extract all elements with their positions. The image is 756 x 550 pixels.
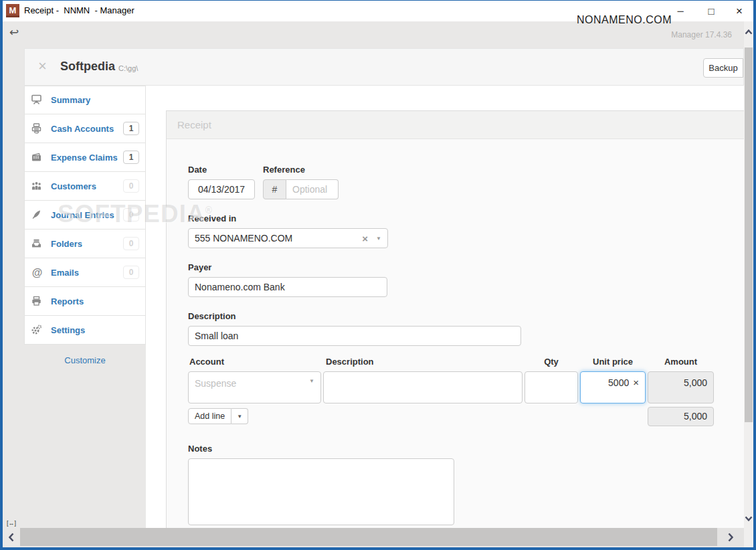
date-label: Date	[188, 165, 255, 175]
notes-label: Notes	[188, 444, 744, 454]
sidebar-item-expense-claims[interactable]: Expense Claims 1	[24, 143, 146, 172]
scroll-down-icon[interactable]	[744, 511, 753, 526]
cash-register-icon	[31, 123, 43, 134]
clear-value-icon[interactable]: ×	[633, 377, 639, 388]
vertical-scroll-thumb[interactable]	[745, 48, 753, 422]
sidebar-item-reports[interactable]: Reports	[24, 287, 146, 316]
panel-title: Receipt	[167, 111, 744, 139]
version-label: Manager 17.4.36	[671, 30, 732, 39]
business-path: C:\gg\	[118, 64, 138, 72]
description-label: Description	[188, 311, 744, 321]
receipt-panel: Receipt Date Reference #	[166, 110, 744, 528]
minimize-button[interactable]: ─	[669, 1, 692, 21]
count-badge: 0	[123, 179, 139, 193]
add-line-caret-icon[interactable]: ▼	[231, 408, 248, 424]
sidebar-item-customers[interactable]: Customers 0	[24, 172, 146, 201]
totals-row: Add line ▼ 5,000	[188, 407, 714, 426]
monitor-icon	[31, 94, 43, 106]
line-amount: 5,000	[648, 371, 714, 403]
at-icon: @	[31, 267, 43, 278]
customize-link[interactable]: Customize	[24, 355, 146, 365]
line-items-header: Account Description Qty Unit price Amoun…	[188, 357, 714, 367]
horizontal-scroll-thumb[interactable]	[20, 528, 717, 546]
receipt-form: Date Reference # Received in	[167, 139, 744, 528]
backup-button[interactable]: Backup	[703, 58, 743, 78]
received-in-select[interactable]: 555 NONAMENO.COM × ▼	[188, 228, 388, 248]
count-badge: 1	[123, 122, 139, 135]
payer-label: Payer	[188, 262, 744, 272]
line-description-input[interactable]	[323, 371, 523, 403]
sidebar-item-cash-accounts[interactable]: Cash Accounts 1	[24, 114, 146, 143]
reference-label: Reference	[263, 165, 339, 175]
count-badge: 0	[123, 208, 139, 221]
payer-input[interactable]	[188, 277, 387, 297]
gears-icon	[31, 325, 43, 336]
total-amount: 5,000	[648, 407, 714, 426]
nonameno-watermark: NONAMENO.COM	[577, 14, 672, 26]
col-account: Account	[188, 357, 321, 367]
tray-icon	[31, 238, 43, 250]
notes-textarea[interactable]	[188, 458, 454, 525]
vertical-scrollbar	[744, 21, 753, 547]
close-business-icon[interactable]: ×	[38, 58, 47, 75]
scroll-right-icon[interactable]	[717, 528, 744, 546]
add-line-button[interactable]: Add line ▼	[188, 408, 248, 424]
close-button[interactable]: ×	[728, 1, 751, 21]
scroll-up-icon[interactable]	[744, 25, 753, 39]
chevron-down-icon: ▼	[309, 378, 314, 384]
count-badge: 0	[123, 237, 139, 250]
sidebar-item-emails[interactable]: @ Emails 0	[24, 258, 146, 287]
window-client: M Receipt - NNMN - Manager ─ □ × NONAMEN…	[3, 1, 753, 547]
sidebar-item-journal-entries[interactable]: Journal Entries 0	[24, 201, 146, 230]
maximize-button[interactable]: □	[700, 1, 723, 21]
app-window: M Receipt - NNMN - Manager ─ □ × NONAMEN…	[0, 0, 756, 550]
col-unit-price: Unit price	[580, 357, 646, 367]
people-icon	[31, 181, 43, 192]
scroll-left-icon[interactable]	[3, 528, 20, 546]
business-name[interactable]: Softpedia	[60, 60, 115, 74]
sidebar-item-folders[interactable]: Folders 0	[24, 230, 146, 258]
quill-icon	[31, 209, 43, 221]
line-items-table: Account Description Qty Unit price Amoun…	[188, 357, 714, 426]
date-input[interactable]	[188, 179, 255, 199]
line-item-row: Suspense ▼ × 5,000	[188, 371, 714, 403]
back-arrow-icon[interactable]: ↩	[9, 25, 19, 39]
sidebar-item-settings[interactable]: Settings	[24, 316, 146, 345]
reference-prefix: #	[263, 179, 286, 199]
app-logo-icon: M	[6, 4, 19, 17]
count-badge: 0	[123, 266, 139, 279]
reference-input[interactable]	[286, 179, 339, 199]
sidebar-nav: Summary Cash Accounts 1 Expense Claims 1	[24, 86, 146, 345]
unit-price-field: ×	[580, 371, 646, 403]
wallet-icon	[31, 152, 43, 163]
clear-selection-icon[interactable]: ×	[362, 233, 368, 244]
chevron-down-icon[interactable]: ▼	[376, 236, 381, 242]
description-input[interactable]	[188, 326, 521, 346]
business-header: × Softpedia C:\gg\ Backup	[24, 48, 744, 86]
payer-group: Payer	[188, 262, 744, 297]
account-select[interactable]: Suspense ▼	[188, 371, 321, 403]
description-group: Description	[188, 311, 744, 346]
received-in-label: Received in	[188, 213, 744, 223]
horizontal-scrollbar	[3, 528, 744, 546]
count-badge: 1	[123, 151, 139, 164]
col-amount: Amount	[648, 357, 714, 367]
notes-group: Notes	[188, 444, 744, 528]
reference-field-group: Reference #	[263, 165, 339, 199]
printer-icon	[31, 296, 43, 307]
sidebar-item-summary[interactable]: Summary	[24, 86, 146, 114]
col-description: Description	[323, 357, 523, 367]
received-in-group: Received in 555 NONAMENO.COM × ▼	[188, 213, 744, 248]
resize-icon: [↔]	[7, 520, 16, 527]
main-content: Receipt Date Reference #	[146, 86, 744, 528]
unit-price-input[interactable]	[601, 377, 629, 388]
col-qty: Qty	[525, 357, 578, 367]
date-field-group: Date	[188, 165, 255, 199]
window-title: Receipt - NNMN - Manager	[24, 5, 134, 15]
qty-input[interactable]	[525, 371, 578, 403]
